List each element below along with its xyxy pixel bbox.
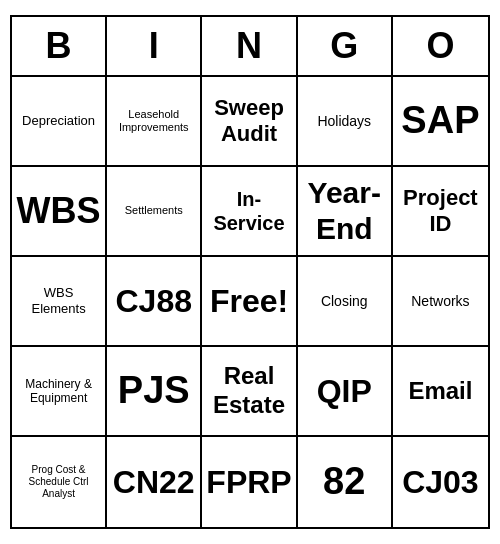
cell-text: PJS	[118, 368, 190, 414]
bingo-cell: Closing	[298, 257, 393, 347]
cell-text: CJ03	[402, 463, 479, 501]
cell-text: Networks	[411, 293, 469, 310]
cell-text: 82	[323, 459, 365, 505]
bingo-cell: CJ03	[393, 437, 488, 527]
cell-text: Prog Cost & Schedule Ctrl Analyst	[16, 464, 101, 500]
header-letter: B	[12, 17, 107, 75]
cell-text: Closing	[321, 293, 368, 310]
bingo-cell: QIP	[298, 347, 393, 437]
cell-text: QIP	[317, 372, 372, 410]
bingo-cell: Email	[393, 347, 488, 437]
cell-text: CJ88	[115, 282, 192, 320]
bingo-cell: Machinery & Equipment	[12, 347, 107, 437]
header-letter: O	[393, 17, 488, 75]
bingo-cell: Sweep Audit	[202, 77, 297, 167]
cell-text: Project ID	[397, 185, 484, 238]
cell-text: Year-End	[302, 175, 387, 247]
bingo-cell: Settlements	[107, 167, 202, 257]
header-letter: N	[202, 17, 297, 75]
bingo-cell: Free!	[202, 257, 297, 347]
bingo-cell: Depreciation	[12, 77, 107, 167]
cell-text: Free!	[210, 282, 288, 320]
cell-text: Depreciation	[22, 113, 95, 129]
cell-text: Holidays	[317, 113, 371, 130]
bingo-cell: 82	[298, 437, 393, 527]
cell-text: Email	[408, 377, 472, 406]
cell-text: SAP	[401, 98, 479, 144]
cell-text: Real Estate	[206, 362, 291, 420]
bingo-cell: Holidays	[298, 77, 393, 167]
bingo-cell: CN22	[107, 437, 202, 527]
cell-text: CN22	[113, 463, 195, 501]
header-letter: G	[298, 17, 393, 75]
bingo-cell: SAP	[393, 77, 488, 167]
bingo-cell: Leasehold Improvements	[107, 77, 202, 167]
bingo-cell: WBS	[12, 167, 107, 257]
bingo-card: BINGO DepreciationLeasehold Improvements…	[10, 15, 490, 529]
bingo-header: BINGO	[12, 17, 488, 77]
cell-text: WBS Elements	[16, 285, 101, 316]
bingo-cell: CJ88	[107, 257, 202, 347]
cell-text: Settlements	[125, 204, 183, 217]
bingo-cell: FPRP	[202, 437, 297, 527]
header-letter: I	[107, 17, 202, 75]
cell-text: Machinery & Equipment	[16, 377, 101, 406]
cell-text: In-Service	[206, 187, 291, 235]
cell-text: FPRP	[206, 463, 291, 501]
bingo-grid: DepreciationLeasehold ImprovementsSweep …	[12, 77, 488, 527]
bingo-cell: Networks	[393, 257, 488, 347]
bingo-cell: WBS Elements	[12, 257, 107, 347]
cell-text: WBS	[17, 189, 101, 232]
cell-text: Leasehold Improvements	[111, 108, 196, 134]
bingo-cell: Real Estate	[202, 347, 297, 437]
bingo-cell: PJS	[107, 347, 202, 437]
cell-text: Sweep Audit	[206, 95, 291, 148]
bingo-cell: Year-End	[298, 167, 393, 257]
bingo-cell: In-Service	[202, 167, 297, 257]
bingo-cell: Prog Cost & Schedule Ctrl Analyst	[12, 437, 107, 527]
bingo-cell: Project ID	[393, 167, 488, 257]
